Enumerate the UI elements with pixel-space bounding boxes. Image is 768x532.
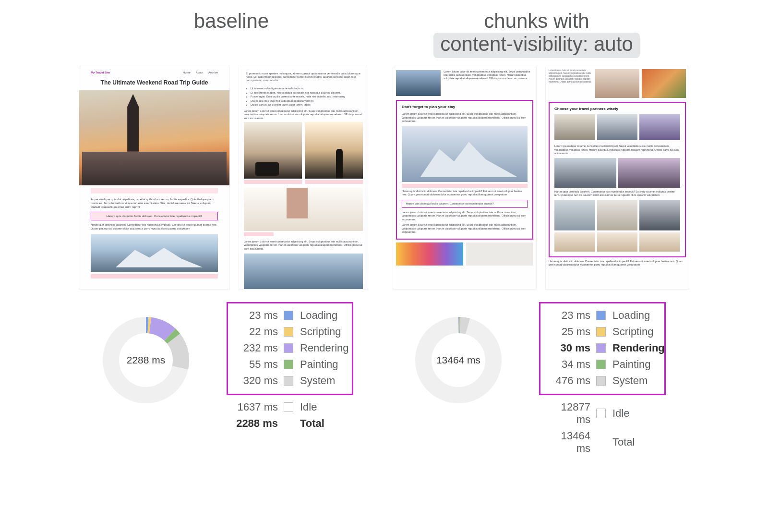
inline-image [618, 158, 680, 188]
chunk-paragraph: Lorem ipsum dolor sit amet consectetur a… [402, 223, 528, 234]
article-paragraph: Lorem ipsum dolor sit amet consectetur a… [549, 69, 593, 98]
donut-center-total: 13464 ms [414, 315, 503, 405]
swatch-scripting-icon [284, 327, 293, 337]
inline-image [639, 232, 680, 252]
swatch-idle-icon [284, 402, 293, 412]
inline-image [554, 158, 616, 188]
swatch-painting-icon [284, 360, 293, 369]
chunk-paragraph: Lorem ipsum dolor sit amet consectetur a… [402, 112, 528, 123]
swatch-system-icon [596, 376, 606, 386]
inline-image-mountain [402, 126, 528, 182]
nav-about: About [196, 71, 204, 74]
legend-highlight-box: 23 msLoading 22 msScripting 232 msRender… [227, 302, 353, 395]
swatch-rendering-icon [284, 343, 293, 353]
swatch-loading-icon [596, 311, 606, 320]
chunk-paragraph: Harum quia distinctio dolorem. Consectet… [554, 190, 680, 197]
donut-center-total: 2288 ms [101, 315, 191, 405]
inline-image [639, 200, 680, 230]
heading-cv-auto: chunks with content-visibility: auto [384, 10, 689, 58]
timing-chart-baseline: 2288 ms 23 msLoading 22 msScripting 232 … [79, 297, 377, 457]
legend-highlight-box: 23 msLoading 25 msScripting 30 msRenderi… [539, 302, 666, 395]
inline-image [466, 242, 533, 266]
hero-image [79, 90, 229, 185]
hero-caption [91, 188, 218, 193]
chunk-heading: Choose your travel partners wisely [554, 107, 680, 112]
image-caption-bar [402, 184, 528, 188]
timing-chart-cv-auto: 13464 ms 23 msLoading 25 msScripting 30 … [391, 297, 689, 457]
donut-chart: 13464 ms [414, 315, 503, 405]
inline-image [554, 200, 595, 230]
legend: 23 msLoading 25 msScripting 30 msRenderi… [539, 297, 689, 457]
swatch-scripting-icon [596, 327, 606, 337]
nav-home: Home [183, 71, 191, 74]
swatch-system-icon [284, 376, 293, 386]
chunk-paragraph: Lorem ipsum dolor sit amet consectetur a… [554, 145, 680, 155]
swatch-rendering-icon [596, 343, 606, 353]
inline-image [396, 70, 441, 96]
thumb-cv-section-c: Lorem ipsum dolor sit amet consectetur a… [393, 67, 537, 290]
inline-image [642, 69, 686, 98]
article-paragraph: Et praesentium aut aperiam nulla quae, a… [239, 67, 368, 85]
image-caption-bar [244, 180, 302, 184]
thumb-baseline-article: Et praesentium aut aperiam nulla quae, a… [239, 67, 368, 290]
chunk-heading: Don't forget to plan your stay [402, 105, 528, 110]
thumb-cv-section-d: Lorem ipsum dolor sit amet consectetur a… [545, 67, 689, 290]
inline-image [244, 122, 302, 179]
article-paragraph: Lorem ipsum dolor sit amet consectetur a… [244, 240, 363, 251]
inline-image [639, 114, 680, 140]
inline-image [554, 114, 595, 140]
callout-box: Harum quis distinctio facilis dolorem. C… [402, 200, 528, 208]
inline-image [396, 242, 463, 266]
cv-chunk-outline: Choose your travel partners wisely Lorem… [549, 102, 686, 257]
cv-chunk-outline: Don't forget to plan your stay Lorem ips… [396, 100, 533, 240]
image-caption-bar [244, 232, 274, 236]
site-brand: My Travel Site [91, 71, 110, 74]
article-paragraph: Harum quia distinctio dolorem. Consectet… [549, 260, 686, 267]
legend: 23 msLoading 22 msScripting 232 msRender… [227, 297, 377, 432]
heading-baseline: baseline [79, 10, 384, 58]
chunk-paragraph: Harum quia distinctio dolorem. Consectet… [402, 190, 528, 197]
inline-image [305, 122, 363, 179]
inline-image [554, 232, 595, 252]
swatch-painting-icon [596, 360, 606, 369]
chunk-paragraph: Lorem ipsum dolor sit amet consectetur a… [402, 211, 528, 221]
thumb-baseline-home: My Travel Site Home About Archive The Ul… [79, 67, 230, 290]
page-thumbnails-row: My Travel Site Home About Archive The Ul… [79, 67, 689, 290]
comparison-headings: baseline chunks with content-visibility:… [79, 10, 689, 58]
callout-box: Harum quis distinctio facilis dolorem. C… [91, 212, 218, 220]
swatch-idle-icon [596, 409, 606, 418]
article-title: The Ultimate Weekend Road Trip Guide [79, 76, 229, 88]
intro-paragraph: Atque similique quia dui cupiditate, rep… [91, 197, 218, 209]
inline-image [244, 254, 363, 290]
inline-image [597, 114, 638, 140]
inline-image-mountain [91, 234, 218, 272]
inline-image [244, 188, 363, 231]
inline-image [597, 200, 638, 230]
body-paragraph: Harum quia distinctio dolorem. Consectet… [91, 223, 218, 230]
swatch-loading-icon [284, 311, 293, 320]
inline-image [595, 69, 639, 98]
donut-chart: 2288 ms [101, 315, 191, 405]
article-paragraph: Lorem ipsum dolor sit amet consectetur a… [244, 109, 363, 120]
image-caption-bar [91, 274, 218, 278]
bullet-list: Ut lorem et nulla dignissim ante sollici… [239, 87, 368, 107]
article-paragraph: Lorem ipsum dolor sit amet consectetur a… [444, 70, 533, 96]
nav-archive: Archive [208, 71, 218, 74]
inline-image [597, 232, 638, 252]
image-caption-bar [305, 180, 363, 184]
